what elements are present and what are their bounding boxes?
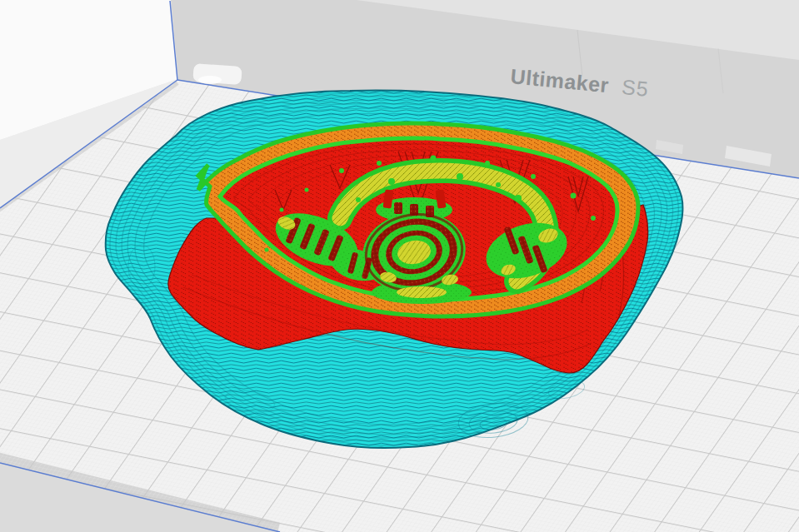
printer-model-label: S5: [621, 75, 650, 101]
print-head-glimpse: [192, 63, 242, 85]
head-highlight: [198, 76, 222, 84]
viewport-3d[interactable]: Ultimaker S5: [0, 0, 799, 532]
